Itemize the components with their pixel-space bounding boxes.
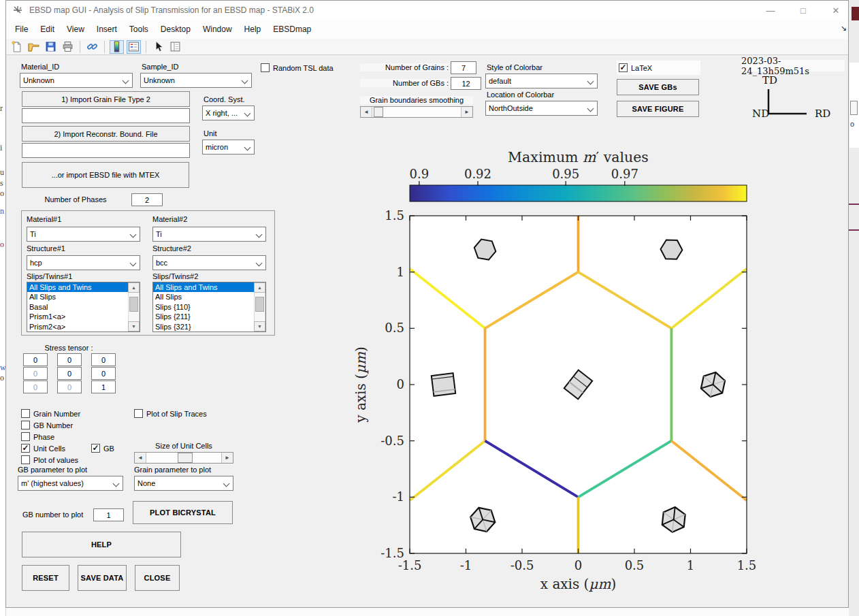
- list-item[interactable]: Slips {110}: [153, 302, 254, 312]
- slider-left-arrow[interactable]: ◄: [135, 453, 146, 463]
- sample-id-select[interactable]: Unknown: [140, 73, 252, 88]
- grain-param-select[interactable]: None: [134, 476, 233, 491]
- chevron-down-icon[interactable]: [242, 140, 254, 154]
- chevron-down-icon[interactable]: [254, 256, 265, 270]
- scroll-down-icon[interactable]: ▼: [128, 321, 140, 331]
- gb-param-select[interactable]: m' (highest values): [18, 476, 123, 491]
- chevron-down-icon[interactable]: [585, 74, 597, 88]
- scroll-up-icon[interactable]: ▲: [128, 282, 140, 293]
- stress-tensor-cell-01[interactable]: 0: [57, 353, 82, 366]
- gb-number-checkbox[interactable]: [21, 421, 30, 429]
- chevron-down-icon[interactable]: [585, 101, 597, 115]
- chevron-down-icon[interactable]: [128, 227, 140, 241]
- chevron-down-icon[interactable]: [120, 74, 132, 87]
- chevron-down-icon[interactable]: [221, 476, 233, 490]
- scroll-down-icon[interactable]: ▼: [254, 321, 265, 331]
- print-icon[interactable]: [61, 40, 75, 54]
- material2-select[interactable]: Ti: [152, 227, 266, 242]
- open-folder-icon[interactable]: [27, 40, 41, 54]
- location-colorbar-select[interactable]: NorthOutside: [485, 101, 598, 116]
- chevron-down-icon[interactable]: [240, 74, 251, 87]
- num-gbs-field[interactable]: 12: [451, 77, 481, 90]
- stress-tensor-cell-20[interactable]: 0: [23, 380, 48, 393]
- boundary-file-path-field[interactable]: [22, 143, 190, 158]
- menu-item-file[interactable]: File: [9, 22, 34, 37]
- structure1-select[interactable]: hcp: [27, 255, 140, 270]
- grain-number-checkbox[interactable]: [21, 409, 30, 418]
- save-figure-button[interactable]: SAVE FIGURE: [617, 101, 699, 117]
- material-id-select[interactable]: Unknown: [20, 73, 133, 88]
- close-button[interactable]: ✕: [829, 5, 843, 16]
- slips1-listbox[interactable]: All Slips and TwinsAll SlipsBasalPrism1<…: [27, 282, 140, 332]
- stress-tensor-cell-12[interactable]: 0: [91, 367, 116, 380]
- scrollbar[interactable]: ▲▼: [254, 282, 265, 331]
- colormap-toggle-icon[interactable]: [110, 40, 124, 54]
- chevron-down-icon[interactable]: [128, 256, 140, 270]
- latex-checkbox[interactable]: ✓: [619, 63, 628, 72]
- size-of-unit-cells-slider[interactable]: ◄►: [134, 452, 233, 464]
- scrollbar-thumb[interactable]: [255, 297, 264, 312]
- save-gbs-button[interactable]: SAVE GBs: [617, 79, 699, 95]
- stress-tensor-cell-00[interactable]: 0: [23, 353, 48, 366]
- scroll-up-icon[interactable]: ▲: [254, 282, 265, 293]
- import-grain-file-button[interactable]: 1) Import Grain File Type 2: [22, 91, 190, 107]
- save-icon[interactable]: [44, 40, 58, 54]
- minimize-button[interactable]: —: [764, 5, 777, 16]
- plot-bicrystal-button[interactable]: PLOT BICRYSTAL: [133, 501, 233, 524]
- menu-item-desktop[interactable]: Desktop: [155, 22, 197, 37]
- stress-tensor-cell-11[interactable]: 0: [57, 367, 82, 380]
- slider-left-arrow[interactable]: ◄: [361, 107, 372, 117]
- random-tsl-checkbox[interactable]: [261, 63, 270, 72]
- save-data-button[interactable]: SAVE DATA: [78, 565, 127, 591]
- reset-button[interactable]: RESET: [22, 565, 69, 591]
- structure2-select[interactable]: bcc: [152, 255, 266, 270]
- slider-thumb[interactable]: [178, 453, 193, 463]
- import-mtex-button[interactable]: ...or import EBSD file with MTEX: [22, 162, 189, 188]
- coord-syst-select[interactable]: X right, ...: [202, 106, 255, 120]
- num-grains-field[interactable]: 7: [451, 61, 476, 74]
- unit-select[interactable]: micron: [202, 140, 255, 155]
- chevron-down-icon[interactable]: [242, 106, 254, 120]
- help-button[interactable]: HELP: [22, 532, 181, 557]
- dock-figure-icon[interactable]: ↘: [841, 24, 847, 33]
- plot-slip-traces-checkbox[interactable]: [134, 409, 143, 418]
- stress-tensor-cell-02[interactable]: 0: [91, 353, 116, 366]
- list-item[interactable]: Slips {211}: [153, 312, 254, 321]
- menu-item-help[interactable]: Help: [238, 22, 268, 37]
- menu-item-ebsdmap[interactable]: EBSDmap: [267, 22, 317, 37]
- stress-tensor-cell-10[interactable]: 0: [23, 367, 48, 380]
- list-item[interactable]: All Slips and Twins: [27, 282, 128, 292]
- menu-item-edit[interactable]: Edit: [34, 22, 61, 37]
- stress-tensor-cell-21[interactable]: 0: [57, 380, 82, 393]
- slips2-listbox[interactable]: All Slips and TwinsAll SlipsSlips {110}S…: [152, 282, 266, 332]
- chevron-down-icon[interactable]: [254, 227, 265, 241]
- phase-checkbox[interactable]: [21, 432, 30, 441]
- menu-item-tools[interactable]: Tools: [123, 22, 155, 37]
- menu-item-view[interactable]: View: [61, 22, 91, 37]
- link-plots-icon[interactable]: [85, 40, 99, 54]
- list-item[interactable]: Slips {321}: [153, 322, 254, 331]
- gb-number-to-plot-field[interactable]: 1: [93, 508, 124, 521]
- material1-select[interactable]: Ti: [27, 227, 140, 242]
- list-item[interactable]: All Slips: [153, 292, 254, 302]
- pointer-icon[interactable]: [151, 40, 165, 54]
- style-colorbar-select[interactable]: default: [485, 74, 598, 88]
- slider-right-arrow[interactable]: ►: [461, 107, 472, 117]
- unit-cells-checkbox[interactable]: ✓: [21, 444, 30, 453]
- list-item[interactable]: Prism2<a>: [27, 322, 128, 331]
- list-item[interactable]: Prism1<a>: [27, 312, 128, 321]
- slider-thumb[interactable]: [374, 107, 383, 117]
- maximize-button[interactable]: □: [796, 5, 810, 16]
- list-item[interactable]: All Slips and Twins: [153, 282, 254, 292]
- num-phases-field[interactable]: 2: [131, 193, 163, 206]
- chevron-down-icon[interactable]: [111, 476, 123, 490]
- grain-file-path-field[interactable]: [22, 108, 190, 123]
- plot-of-values-checkbox[interactable]: [21, 455, 30, 464]
- new-file-icon[interactable]: [10, 40, 24, 54]
- slider-track[interactable]: [372, 107, 461, 117]
- import-boundary-file-button[interactable]: 2) Import Reconstr. Bound. File: [22, 126, 190, 142]
- menu-item-window[interactable]: Window: [197, 22, 238, 37]
- slider-right-arrow[interactable]: ►: [221, 453, 233, 463]
- scrollbar-thumb[interactable]: [129, 297, 138, 312]
- close-figure-button[interactable]: CLOSE: [135, 565, 180, 591]
